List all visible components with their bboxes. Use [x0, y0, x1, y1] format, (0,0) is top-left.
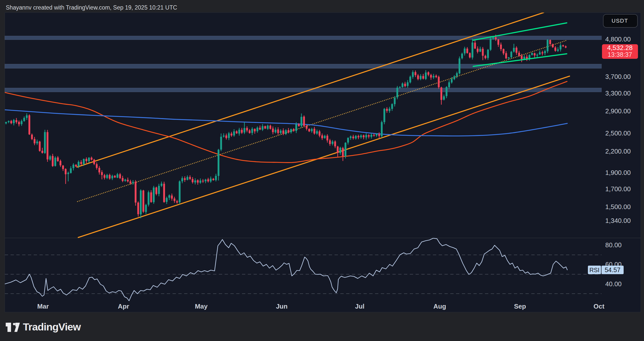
svg-text:40.00: 40.00	[605, 280, 622, 288]
svg-text:54.57: 54.57	[605, 266, 621, 273]
svg-text:13:38:37: 13:38:37	[608, 51, 632, 58]
svg-text:TradingView: TradingView	[23, 321, 81, 333]
svg-text:4,532.28: 4,532.28	[607, 44, 632, 52]
svg-text:1,900.00: 1,900.00	[605, 169, 631, 176]
svg-text:3,700.00: 3,700.00	[605, 73, 631, 80]
svg-text:4,800.00: 4,800.00	[605, 35, 631, 43]
svg-text:Oct: Oct	[593, 303, 605, 310]
svg-text:USDT: USDT	[612, 18, 628, 24]
svg-text:Sep: Sep	[514, 303, 526, 310]
svg-text:Shayannv created with TradingV: Shayannv created with TradingView.com, S…	[6, 4, 177, 11]
svg-text:1,700.00: 1,700.00	[605, 185, 631, 193]
svg-text:80.00: 80.00	[605, 241, 622, 249]
svg-text:Apr: Apr	[118, 303, 129, 310]
svg-text:2,900.00: 2,900.00	[605, 107, 631, 115]
svg-text:3,300.00: 3,300.00	[605, 89, 631, 97]
svg-text:1,340.00: 1,340.00	[605, 217, 631, 224]
svg-text:2,500.00: 2,500.00	[605, 129, 631, 137]
svg-text:Jul: Jul	[355, 303, 365, 310]
svg-text:Aug: Aug	[433, 303, 446, 310]
svg-text:May: May	[195, 303, 208, 310]
svg-text:RSI: RSI	[589, 267, 599, 273]
svg-text:1,500.00: 1,500.00	[605, 203, 631, 211]
svg-text:Jun: Jun	[276, 303, 288, 310]
svg-text:2,200.00: 2,200.00	[605, 148, 631, 155]
svg-text:Mar: Mar	[37, 303, 49, 310]
